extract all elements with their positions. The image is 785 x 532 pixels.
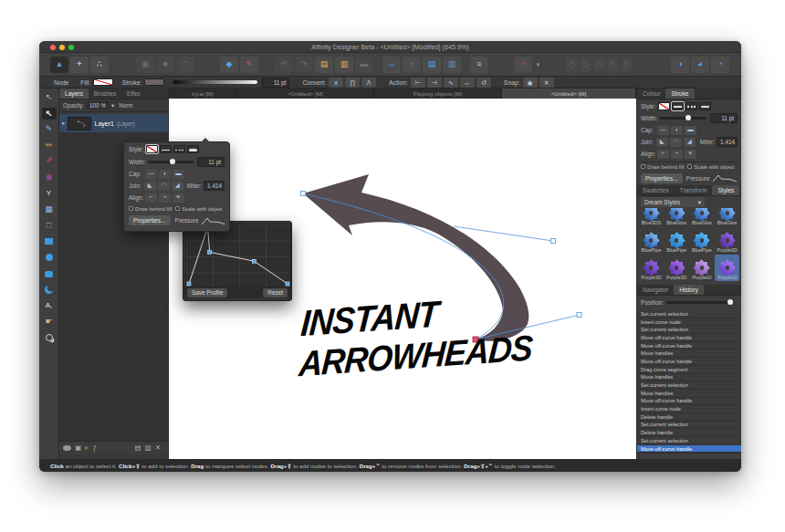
convert-sharp-button[interactable]: ∧ (329, 78, 343, 88)
insert-on-top-button[interactable]: ◔ (711, 57, 729, 73)
edit-pixels-button[interactable]: ✎ (240, 57, 258, 73)
style-thumbnail[interactable]: Purple3D (639, 255, 664, 281)
panel-tab[interactable]: Navigator (637, 285, 674, 295)
draw-behind-checkbox[interactable] (129, 206, 133, 211)
stroke-swatch[interactable] (144, 78, 164, 86)
history-item[interactable]: Move off-curve handle (637, 398, 741, 405)
pressure-graph[interactable] (185, 224, 291, 287)
flip-horizontal-button[interactable]: ↔ (382, 57, 401, 73)
join-bevel-button[interactable]: ◢ (684, 138, 696, 147)
panel-tab[interactable]: Styles (712, 185, 739, 195)
style-thumbnail[interactable]: Blue3DS (639, 208, 664, 226)
draw-behind-checkbox[interactable] (641, 164, 645, 169)
save-profile-button[interactable]: Save Profile (187, 288, 227, 297)
smooth-curve-button[interactable]: ∿ (444, 78, 458, 88)
style-thumbnail[interactable]: BluePipe (665, 227, 689, 254)
position-slider[interactable] (666, 301, 732, 304)
join-bevel-button[interactable]: ◢ (172, 182, 183, 191)
stroke-style-dash[interactable] (173, 145, 185, 153)
align-outside-button[interactable]: ≡ (685, 150, 696, 159)
layers-panel-tab[interactable]: Brushes (89, 89, 121, 99)
style-thumbnail[interactable]: BlueGlos (665, 208, 689, 226)
miter-field[interactable]: 1.414 (204, 181, 225, 191)
pixel-persona-button[interactable]: + (70, 57, 89, 73)
align-inside-button[interactable]: ¬ (671, 150, 683, 159)
insert-inside-button[interactable]: ◕ (691, 57, 709, 73)
history-item[interactable]: Move handles (637, 374, 741, 381)
panel-tab[interactable]: Transform (675, 185, 713, 195)
history-item[interactable]: Delete handle (637, 413, 741, 421)
join-curves-button[interactable]: ↔ (460, 78, 475, 88)
fill-swatch[interactable] (93, 78, 113, 86)
ungroup-button[interactable]: ▥ (335, 57, 353, 73)
join-round-button[interactable]: ◠ (670, 138, 682, 147)
layers-panel-tab[interactable]: Layers (59, 89, 89, 99)
width-field[interactable]: 11 pt (197, 157, 225, 167)
reverse-curves-button[interactable]: ↺ (476, 78, 491, 88)
stroke-style-solid[interactable] (160, 145, 172, 153)
boolean-op-button-5[interactable]: ◇ (621, 57, 633, 73)
history-item[interactable]: Set current selection (637, 326, 741, 333)
node-tool[interactable]: ↖ (42, 108, 57, 120)
stroke-width-slider[interactable] (173, 80, 257, 84)
flip-vertical-button[interactable]: ↕ (403, 57, 421, 73)
pressure-label[interactable]: Pressure (686, 175, 710, 182)
hand-tool[interactable]: ☛ (42, 316, 57, 328)
boolean-op-button-1[interactable]: ◇ (566, 57, 578, 73)
history-item[interactable]: Set current selection (637, 381, 741, 389)
pressure-preview-icon[interactable] (712, 173, 738, 183)
chevron-down-icon[interactable]: ▾ (111, 102, 114, 109)
arrange-button[interactable]: ▬ (355, 57, 373, 73)
cap-round-button[interactable]: ◖ (671, 126, 683, 135)
delete-layer-icon[interactable]: ✕ (155, 444, 161, 452)
boolean-op-button-3[interactable]: ◇ (593, 57, 605, 73)
reset-button[interactable]: Reset (263, 288, 288, 297)
new-vector-layer-icon[interactable]: ▥ (145, 444, 152, 452)
cap-butt-button[interactable]: — (145, 170, 157, 179)
edit-mask-icon[interactable] (63, 445, 71, 451)
scale-mode-button[interactable]: ■ (156, 57, 174, 73)
style-thumbnail[interactable]: PurpleGl (690, 255, 715, 281)
adjustment-layer-icon[interactable]: ◐ (85, 444, 89, 452)
stroke-style-dash[interactable] (686, 102, 697, 110)
pressure-label[interactable]: Pressure (175, 217, 199, 224)
style-thumbnail[interactable]: PurpleGl (715, 255, 739, 281)
cap-square-button[interactable]: ▬ (173, 170, 184, 179)
cap-round-button[interactable]: ◖ (159, 170, 171, 179)
history-item[interactable]: Insert curve node (637, 318, 741, 326)
align-centre-button[interactable]: ⌐ (145, 193, 157, 203)
transparency-tool[interactable]: Y (42, 188, 57, 200)
stroke-style-solid[interactable] (672, 102, 684, 110)
stroke-style-none[interactable] (146, 145, 158, 153)
join-round-button[interactable]: ◠ (158, 182, 170, 191)
convert-smooth-button[interactable]: ∏ (345, 78, 360, 88)
group-button[interactable]: ▤ (315, 57, 333, 73)
vector-brush-tool[interactable]: ✎ (42, 155, 57, 167)
panel-tab[interactable]: History (674, 285, 704, 295)
expander-icon[interactable]: ▸ (62, 120, 66, 127)
style-thumbnail[interactable]: Purple3D (665, 255, 689, 281)
crescent-tool[interactable] (42, 284, 57, 296)
cap-butt-button[interactable]: — (657, 126, 669, 135)
join-miter-button[interactable]: ◣ (144, 182, 156, 191)
style-thumbnail[interactable]: BluePipe (690, 227, 715, 254)
history-item[interactable]: Move off-curve handle (637, 342, 741, 349)
history-item[interactable]: Set current selection (637, 310, 741, 318)
history-item[interactable]: Delete handle (637, 429, 741, 436)
properties-button[interactable]: Properties... (129, 215, 171, 225)
transform-mode-button[interactable]: ▣ (136, 57, 154, 73)
align-inside-button[interactable]: ¬ (159, 193, 171, 203)
history-item[interactable]: Move off-curve handle (637, 445, 741, 453)
order-button[interactable]: ≡ (470, 57, 488, 73)
cap-square-button[interactable]: ▬ (685, 126, 696, 135)
document-tab[interactable]: <Untitled> [M] (502, 89, 636, 99)
style-thumbnail[interactable]: Purple3D (715, 227, 739, 254)
width-slider[interactable] (148, 161, 194, 163)
new-layer-icon[interactable]: ▤ (135, 444, 141, 452)
free-transform-button[interactable]: □ (176, 57, 194, 73)
boolean-op-button-4[interactable]: ◇ (607, 57, 619, 73)
insert-behind-button[interactable]: ◑ (671, 57, 689, 73)
rotate-cw-button[interactable]: ▥ (443, 57, 461, 73)
pressure-preview-icon[interactable] (201, 216, 225, 225)
close-curve-button[interactable]: ⊣ (427, 78, 442, 88)
